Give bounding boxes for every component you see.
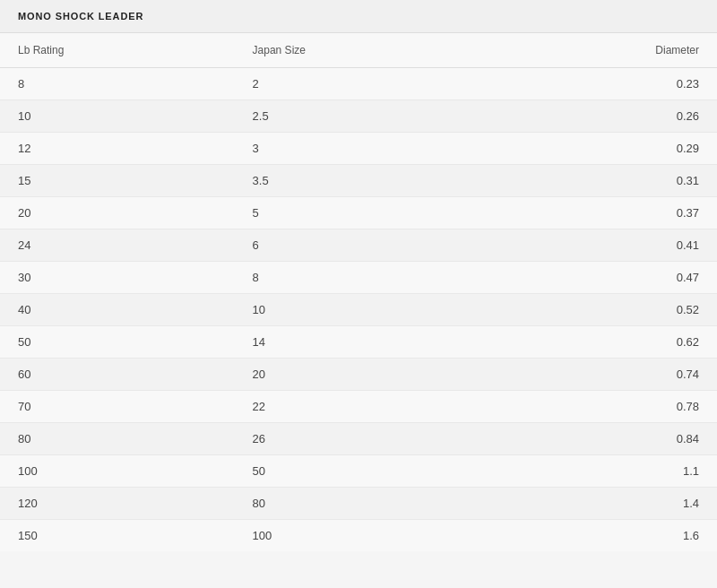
cell-lb-rating: 15 xyxy=(0,165,235,197)
cell-diameter: 0.37 xyxy=(489,197,717,229)
column-header-japan-size: Japan Size xyxy=(235,33,490,68)
cell-diameter: 0.41 xyxy=(489,229,717,262)
cell-japan-size: 100 xyxy=(235,520,490,552)
table-row: 1501001.6 xyxy=(0,520,717,552)
cell-japan-size: 14 xyxy=(235,326,490,359)
cell-diameter: 0.26 xyxy=(489,100,717,133)
cell-lb-rating: 12 xyxy=(0,133,235,165)
cell-lb-rating: 10 xyxy=(0,100,235,133)
cell-japan-size: 2 xyxy=(235,68,490,100)
table-row: 50140.62 xyxy=(0,326,717,359)
table-row: 3080.47 xyxy=(0,262,717,294)
cell-japan-size: 8 xyxy=(235,262,490,294)
cell-diameter: 0.62 xyxy=(489,326,717,359)
table-row: 2050.37 xyxy=(0,197,717,229)
table-row: 153.50.31 xyxy=(0,165,717,197)
cell-diameter: 0.47 xyxy=(489,262,717,294)
table-row: 120801.4 xyxy=(0,488,717,520)
cell-diameter: 1.6 xyxy=(489,520,717,552)
cell-diameter: 0.31 xyxy=(489,165,717,197)
cell-japan-size: 50 xyxy=(235,455,490,488)
cell-lb-rating: 30 xyxy=(0,262,235,294)
cell-diameter: 0.84 xyxy=(489,423,717,455)
cell-japan-size: 22 xyxy=(235,391,490,423)
table-row: 102.50.26 xyxy=(0,100,717,133)
cell-japan-size: 10 xyxy=(235,294,490,326)
table-row: 2460.41 xyxy=(0,229,717,262)
table-row: 70220.78 xyxy=(0,391,717,423)
table-row: 80260.84 xyxy=(0,423,717,455)
cell-lb-rating: 150 xyxy=(0,520,235,552)
cell-lb-rating: 120 xyxy=(0,488,235,520)
cell-diameter: 1.1 xyxy=(489,455,717,488)
column-header-lb-rating: Lb Rating xyxy=(0,33,235,68)
cell-diameter: 0.52 xyxy=(489,294,717,326)
cell-diameter: 1.4 xyxy=(489,488,717,520)
table-title: MONO SHOCK LEADER xyxy=(0,0,717,33)
table-row: 60200.74 xyxy=(0,359,717,391)
cell-diameter: 0.78 xyxy=(489,391,717,423)
table-row: 820.23 xyxy=(0,68,717,100)
cell-japan-size: 3.5 xyxy=(235,165,490,197)
table-header-row: Lb Rating Japan Size Diameter xyxy=(0,33,717,68)
cell-japan-size: 3 xyxy=(235,133,490,165)
cell-diameter: 0.29 xyxy=(489,133,717,165)
data-table: Lb Rating Japan Size Diameter 820.23102.… xyxy=(0,33,717,551)
cell-japan-size: 6 xyxy=(235,229,490,262)
cell-lb-rating: 20 xyxy=(0,197,235,229)
table-row: 1230.29 xyxy=(0,133,717,165)
cell-lb-rating: 40 xyxy=(0,294,235,326)
cell-japan-size: 80 xyxy=(235,488,490,520)
cell-lb-rating: 24 xyxy=(0,229,235,262)
table-body: 820.23102.50.261230.29153.50.312050.3724… xyxy=(0,68,717,552)
column-header-diameter: Diameter xyxy=(489,33,717,68)
cell-japan-size: 2.5 xyxy=(235,100,490,133)
cell-lb-rating: 50 xyxy=(0,326,235,359)
cell-japan-size: 20 xyxy=(235,359,490,391)
cell-lb-rating: 70 xyxy=(0,391,235,423)
table-row: 40100.52 xyxy=(0,294,717,326)
cell-lb-rating: 100 xyxy=(0,455,235,488)
cell-lb-rating: 60 xyxy=(0,359,235,391)
cell-japan-size: 5 xyxy=(235,197,490,229)
cell-japan-size: 26 xyxy=(235,423,490,455)
cell-lb-rating: 80 xyxy=(0,423,235,455)
cell-diameter: 0.74 xyxy=(489,359,717,391)
table-row: 100501.1 xyxy=(0,455,717,488)
cell-diameter: 0.23 xyxy=(489,68,717,100)
table-container: MONO SHOCK LEADER Lb Rating Japan Size D… xyxy=(0,0,717,551)
cell-lb-rating: 8 xyxy=(0,68,235,100)
